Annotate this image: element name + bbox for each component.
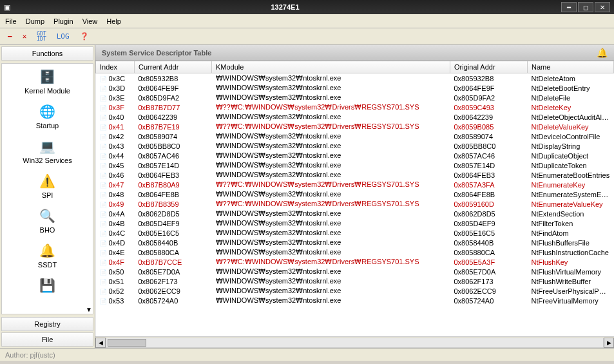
- table-cell: 0x805E16C5: [450, 228, 528, 238]
- table-row[interactable]: 0x420x80589074₩WINDOWS₩system32₩ntoskrnl…: [96, 131, 614, 141]
- sidebar-item-icon: 🔍: [39, 207, 57, 225]
- sidebar-item-kernel-module[interactable]: 🗄️Kernel Module: [2, 64, 93, 99]
- table-cell: ₩WINDOWS₩system32₩ntoskrnl.exe: [212, 131, 450, 141]
- table-cell: ₩WINDOWS₩system32₩ntoskrnl.exe: [212, 238, 450, 247]
- column-header[interactable]: Index: [96, 61, 135, 73]
- table-cell: 0x50: [96, 267, 135, 276]
- sidebar-item-icon: 🔔: [39, 242, 57, 260]
- scroll-right-icon[interactable]: ▶: [604, 338, 614, 348]
- sidebar-header[interactable]: Functions: [1, 46, 93, 61]
- table-row[interactable]: 0x3F0xB87B7D77₩??₩C:₩WINDOWS₩system32₩Dr…: [96, 102, 614, 112]
- close-button[interactable]: ✕: [595, 2, 610, 12]
- table-cell: NtDeleteKey: [528, 102, 614, 112]
- gdt-idt-button[interactable]: GDT IDT: [34, 30, 48, 43]
- column-header[interactable]: Current Addr: [135, 61, 212, 73]
- table-cell: NtFlushVirtualMemory: [528, 267, 614, 276]
- table-cell: 0x80642239: [135, 112, 212, 122]
- sidebar-item-icon: 🗄️: [39, 68, 57, 86]
- horizontal-scrollbar[interactable]: ◀ ▶: [95, 336, 614, 348]
- table-cell: NtEnumerateSystemEnvir: [528, 189, 614, 199]
- table-row[interactable]: 0x4D0x8058440B₩WINDOWS₩system32₩ntoskrnl…: [96, 238, 614, 247]
- column-header[interactable]: Name: [528, 61, 614, 73]
- table-row[interactable]: 0x440x8057AC46₩WINDOWS₩system32₩ntoskrnl…: [96, 151, 614, 160]
- status-text: Author: pjf(ustc): [5, 351, 55, 359]
- table-wrap[interactable]: IndexCurrent AddrKModuleOriginal AddrNam…: [95, 61, 614, 336]
- table-cell: 0x52: [96, 286, 135, 296]
- menu-dump[interactable]: Dump: [26, 17, 44, 25]
- sidebar-item-spi[interactable]: ⚠️SPI: [2, 168, 93, 203]
- table-row[interactable]: 0x410xB87B7E19₩??₩C:₩WINDOWS₩system32₩Dr…: [96, 122, 614, 131]
- menu-help[interactable]: Help: [106, 17, 121, 25]
- log-button[interactable]: LOG: [54, 31, 72, 42]
- table-row[interactable]: 0x3D0x8064FE9F₩WINDOWS₩system32₩ntoskrnl…: [96, 83, 614, 93]
- menu-file[interactable]: File: [5, 17, 17, 25]
- sidebar: Functions 🗄️Kernel Module🌐Startup💻Win32 …: [0, 45, 95, 348]
- sidebar-item-startup[interactable]: 🌐Startup: [2, 99, 93, 133]
- table-cell: 0xB87B7E19: [135, 122, 212, 131]
- minimize-button[interactable]: ━: [561, 2, 577, 12]
- bell-icon[interactable]: 🔔: [597, 48, 608, 58]
- table-row[interactable]: 0x4B0x805D4EF9₩WINDOWS₩system32₩ntoskrnl…: [96, 218, 614, 228]
- sidebar-item-item6[interactable]: 💾: [2, 273, 93, 300]
- app-icon: ▣: [4, 3, 10, 12]
- table-row[interactable]: 0x4C0x805E16C5₩WINDOWS₩system32₩ntoskrnl…: [96, 228, 614, 238]
- table-cell: ₩WINDOWS₩system32₩ntoskrnl.exe: [212, 83, 450, 93]
- table-cell: 0x805E7D0A: [450, 267, 528, 276]
- maximize-button[interactable]: ◻: [578, 2, 593, 12]
- sidebar-item-ssdt[interactable]: 🔔SSDT: [2, 238, 93, 273]
- column-header[interactable]: Original Addr: [450, 61, 528, 73]
- table-cell: ₩WINDOWS₩system32₩ntoskrnl.exe: [212, 296, 450, 305]
- sidebar-item-bho[interactable]: 🔍BHO: [2, 203, 93, 238]
- help-icon[interactable]: ❓: [77, 31, 91, 42]
- table-row[interactable]: 0x400x80642239₩WINDOWS₩system32₩ntoskrnl…: [96, 112, 614, 122]
- table-row[interactable]: 0x490xB87B8359₩??₩C:₩WINDOWS₩system32₩Dr…: [96, 199, 614, 209]
- scroll-left-icon[interactable]: ◀: [95, 338, 106, 348]
- table-cell: 0x3C: [96, 73, 135, 84]
- table-cell: NtFilterToken: [528, 218, 614, 228]
- table-row[interactable]: 0x470xB87B80A9₩??₩C:₩WINDOWS₩system32₩Dr…: [96, 180, 614, 189]
- table-row[interactable]: 0x460x8064FEB3₩WINDOWS₩system32₩ntoskrnl…: [96, 170, 614, 180]
- minus-icon[interactable]: —: [5, 31, 15, 42]
- x-icon[interactable]: ✕: [20, 31, 30, 42]
- table-row[interactable]: 0x520x8062ECC9₩WINDOWS₩system32₩ntoskrnl…: [96, 286, 614, 296]
- scrollbar-track[interactable]: [106, 338, 604, 348]
- table-row[interactable]: 0x4E0x805880CA₩WINDOWS₩system32₩ntoskrnl…: [96, 247, 614, 257]
- table-cell: 0x8059C493: [450, 102, 528, 112]
- sidebar-item-win32-services[interactable]: 💻Win32 Services: [2, 133, 93, 168]
- table-row[interactable]: 0x510x8062F173₩WINDOWS₩system32₩ntoskrnl…: [96, 276, 614, 286]
- table-cell: 0x8064FEB3: [135, 170, 212, 180]
- table-cell: 0x8062D8D5: [450, 209, 528, 218]
- table-cell: 0x4C: [96, 228, 135, 238]
- table-row[interactable]: 0x4F0xB87B7CCE₩??₩C:₩WINDOWS₩system32₩Dr…: [96, 257, 614, 267]
- table-cell: 0x80589074: [450, 131, 528, 141]
- sidebar-footer-file[interactable]: File: [1, 332, 93, 347]
- table-cell: 0x805D9FA2: [135, 93, 212, 102]
- table-cell: NtFlushBuffersFile: [528, 238, 614, 247]
- table-row[interactable]: 0x3C0x805932B8₩WINDOWS₩system32₩ntoskrnl…: [96, 73, 614, 84]
- sidebar-footer-registry[interactable]: Registry: [1, 317, 93, 331]
- table-row[interactable]: 0x500x805E7D0A₩WINDOWS₩system32₩ntoskrnl…: [96, 267, 614, 276]
- table-cell: ₩WINDOWS₩system32₩ntoskrnl.exe: [212, 286, 450, 296]
- table-cell: 0x805D4EF9: [135, 218, 212, 228]
- scroll-down-icon[interactable]: ▼: [86, 306, 92, 313]
- table-row[interactable]: 0x4A0x8062D8D5₩WINDOWS₩system32₩ntoskrnl…: [96, 209, 614, 218]
- table-cell: 0x4D: [96, 238, 135, 247]
- menu-plugin[interactable]: Plugin: [53, 17, 73, 25]
- sidebar-item-label: SPI: [42, 191, 53, 199]
- table-cell: 0x46: [96, 170, 135, 180]
- table-cell: 0x8062D8D5: [135, 209, 212, 218]
- sidebar-list[interactable]: 🗄️Kernel Module🌐Startup💻Win32 Services⚠️…: [1, 63, 93, 314]
- table-row[interactable]: 0x480x8064FE8B₩WINDOWS₩system32₩ntoskrnl…: [96, 189, 614, 199]
- scrollbar-thumb[interactable]: [108, 339, 146, 347]
- table-cell: 0x8062F173: [135, 276, 212, 286]
- table-cell: 0x3E: [96, 93, 135, 102]
- column-header[interactable]: KModule: [212, 61, 450, 73]
- menu-view[interactable]: View: [82, 17, 98, 25]
- table-row[interactable]: 0x450x8057E14D₩WINDOWS₩system32₩ntoskrnl…: [96, 160, 614, 170]
- table-cell: ₩??₩C:₩WINDOWS₩system32₩Drivers₩REGSYS70…: [212, 102, 450, 112]
- statusbar: Author: pjf(ustc): [0, 348, 614, 361]
- table-row[interactable]: 0x530x805724A0₩WINDOWS₩system32₩ntoskrnl…: [96, 296, 614, 305]
- table-cell: NtFreeUserPhysicalPages: [528, 286, 614, 296]
- table-row[interactable]: 0x430x805BB8C0₩WINDOWS₩system32₩ntoskrnl…: [96, 141, 614, 151]
- table-row[interactable]: 0x3E0x805D9FA2₩WINDOWS₩system32₩ntoskrnl…: [96, 93, 614, 102]
